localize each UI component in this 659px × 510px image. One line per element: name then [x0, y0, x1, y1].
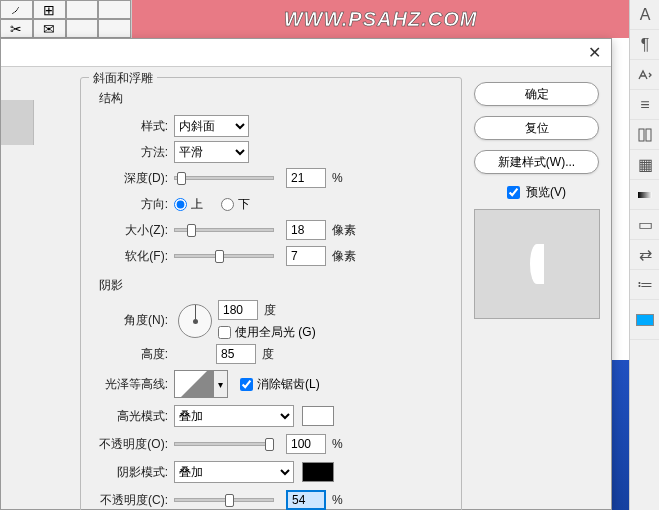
shadow-opacity-input[interactable]	[286, 490, 326, 510]
size-label: 大小(Z):	[89, 222, 174, 239]
close-icon[interactable]: ✕	[588, 43, 601, 62]
new-style-button[interactable]: 新建样式(W)...	[474, 150, 599, 174]
method-label: 方法:	[89, 144, 174, 161]
unit-px: 像素	[332, 222, 356, 239]
soften-slider[interactable]	[174, 254, 274, 258]
ok-button[interactable]: 确定	[474, 82, 599, 106]
style-label: 样式:	[89, 118, 174, 135]
tool-cell[interactable]	[98, 0, 131, 19]
shadow-color-swatch[interactable]	[302, 462, 334, 482]
angle-dial[interactable]	[178, 304, 212, 338]
highlight-opacity-label: 不透明度(O):	[89, 436, 174, 453]
panel-icon-2[interactable]	[630, 120, 659, 150]
preview-graphic	[530, 244, 544, 284]
altitude-label: 高度:	[89, 346, 174, 363]
unit-pct: %	[332, 171, 343, 185]
depth-slider[interactable]	[174, 176, 274, 180]
shadow-opacity-label: 不透明度(C):	[89, 492, 174, 509]
grid-icon[interactable]: ▦	[630, 150, 659, 180]
char-panel-icon[interactable]: A	[630, 0, 659, 30]
envelope-icon[interactable]: ✉	[33, 19, 66, 38]
color-icon[interactable]	[630, 300, 659, 340]
group-legend: 斜面和浮雕	[89, 70, 157, 87]
method-select[interactable]: 平滑	[174, 141, 249, 163]
tool-cell[interactable]	[98, 19, 131, 38]
unit-px: 像素	[332, 248, 356, 265]
highlight-opacity-input[interactable]	[286, 434, 326, 454]
gradient-icon-2[interactable]: ▭	[630, 210, 659, 240]
shadow-mode-label: 阴影模式:	[89, 464, 174, 481]
banner-text: WWW.PSAHZ.COM	[284, 8, 478, 31]
paragraph-panel-icon[interactable]: ¶	[630, 30, 659, 60]
preview-box	[474, 209, 600, 319]
svg-rect-2	[638, 192, 652, 198]
direction-up-radio[interactable]: 上	[174, 196, 203, 213]
dialog-titlebar[interactable]: ✕	[1, 39, 611, 67]
crop-tool-icon[interactable]: ✂	[0, 19, 33, 38]
angle-input[interactable]	[218, 300, 258, 320]
highlight-mode-label: 高光模式:	[89, 408, 174, 425]
panel-icon-1[interactable]: ≡	[630, 90, 659, 120]
list-icon[interactable]: ≔	[630, 270, 659, 300]
style-list-selected[interactable]	[1, 100, 34, 145]
tool-cell[interactable]: ⊞	[33, 0, 66, 19]
style-select[interactable]: 内斜面	[174, 115, 249, 137]
altitude-input[interactable]	[216, 344, 256, 364]
depth-input[interactable]	[286, 168, 326, 188]
soften-label: 软化(F):	[89, 248, 174, 265]
highlight-mode-select[interactable]: 叠加	[174, 405, 294, 427]
tool-cell[interactable]	[66, 19, 99, 38]
right-sidebar: A ¶ ≡ ▦ ▭ ⇄ ≔	[629, 0, 659, 510]
adjust-icon[interactable]: ⇄	[630, 240, 659, 270]
antialias-checkbox[interactable]: 消除锯齿(L)	[240, 376, 320, 393]
size-slider[interactable]	[174, 228, 274, 232]
highlight-opacity-slider[interactable]	[174, 442, 274, 446]
dialog-right-column: 确定 复位 新建样式(W)... 预览(V)	[466, 67, 611, 509]
global-light-checkbox[interactable]: 使用全局光 (G)	[218, 324, 316, 341]
dialog-left-column	[1, 67, 76, 509]
layer-style-dialog: ✕ 斜面和浮雕 结构 样式: 内斜面 方法: 平滑 深度(D):	[0, 38, 612, 510]
preview-label: 预览(V)	[526, 184, 566, 201]
soften-input[interactable]	[286, 246, 326, 266]
depth-label: 深度(D):	[89, 170, 174, 187]
gloss-contour-label: 光泽等高线:	[89, 376, 174, 393]
reset-button[interactable]: 复位	[474, 116, 599, 140]
structure-heading: 结构	[99, 90, 453, 107]
tool-cell[interactable]: ⟋	[0, 0, 33, 19]
shadow-mode-select[interactable]: 叠加	[174, 461, 294, 483]
bevel-emboss-group: 斜面和浮雕 结构 样式: 内斜面 方法: 平滑 深度(D): % 方向:	[80, 77, 462, 510]
dialog-center-column: 斜面和浮雕 结构 样式: 内斜面 方法: 平滑 深度(D): % 方向:	[76, 67, 466, 509]
angle-label: 角度(N):	[89, 312, 174, 329]
left-toolbar: ⟋ ⊞ ✂ ✉	[0, 0, 132, 38]
shadow-heading: 阴影	[99, 277, 453, 294]
preview-checkbox[interactable]	[507, 186, 520, 199]
gloss-contour-swatch[interactable]	[174, 370, 214, 398]
direction-down-radio[interactable]: 下	[221, 196, 250, 213]
glyph-icon[interactable]	[630, 60, 659, 90]
contour-dropdown-icon[interactable]: ▾	[214, 370, 228, 398]
banner-area: WWW.PSAHZ.COM	[132, 0, 629, 38]
svg-rect-1	[646, 129, 651, 141]
tool-cell[interactable]	[66, 0, 99, 19]
direction-label: 方向:	[89, 196, 174, 213]
gradient-icon[interactable]	[630, 180, 659, 210]
svg-rect-0	[639, 129, 644, 141]
size-input[interactable]	[286, 220, 326, 240]
highlight-color-swatch[interactable]	[302, 406, 334, 426]
shadow-opacity-slider[interactable]	[174, 498, 274, 502]
